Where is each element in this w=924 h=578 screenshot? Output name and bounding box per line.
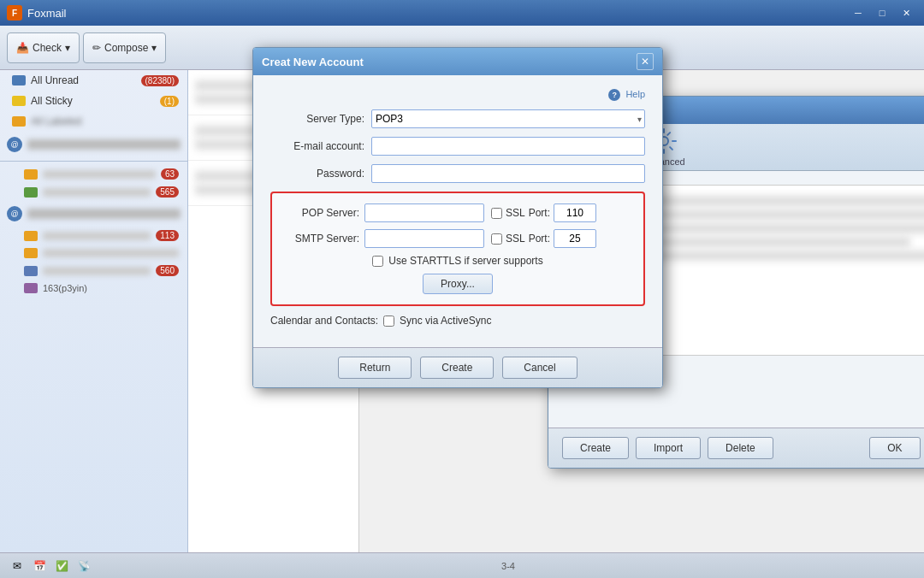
pop-port-input[interactable] bbox=[554, 203, 596, 222]
sidebar-sub-item-1[interactable]: 63 bbox=[0, 165, 187, 183]
server-settings-box: POP Server: SSL Port: SMTP Server: SSL P… bbox=[270, 192, 645, 306]
sub-item-label-3 bbox=[43, 232, 151, 240]
maximize-button[interactable]: □ bbox=[871, 4, 893, 21]
create-close-button[interactable]: ✕ bbox=[637, 53, 654, 70]
create-title-bar: Creat New Account ✕ bbox=[253, 48, 662, 75]
status-icon-calendar[interactable]: 📅 bbox=[31, 557, 48, 575]
sub-folder-icon-1 bbox=[24, 169, 38, 180]
proxy-button[interactable]: Proxy... bbox=[423, 274, 493, 294]
sidebar-account-2[interactable]: @ bbox=[0, 201, 187, 227]
sync-label: Sync via ActiveSync bbox=[400, 315, 491, 327]
status-icon-email[interactable]: ✉ bbox=[9, 557, 26, 575]
create-return-button[interactable]: Return bbox=[338, 357, 412, 379]
sub-folder-icon-3 bbox=[24, 231, 38, 241]
help-text: Help bbox=[625, 89, 645, 99]
sidebar-sub-item-2[interactable]: 565 bbox=[0, 183, 187, 201]
all-unread-badge: (82380) bbox=[141, 75, 179, 86]
account-label-2 bbox=[27, 209, 181, 219]
sub-item-label-5 bbox=[43, 267, 151, 275]
calendar-checkbox[interactable] bbox=[383, 316, 394, 327]
window-controls: ─ □ ✕ bbox=[847, 4, 917, 21]
all-labeled-label: All Labeled bbox=[31, 115, 179, 127]
check-label: Check bbox=[33, 42, 62, 54]
minimize-button[interactable]: ─ bbox=[847, 4, 869, 21]
email-account-label: E-mail account: bbox=[270, 140, 364, 152]
help-link[interactable]: ? Help bbox=[270, 89, 645, 101]
create-cancel-button[interactable]: Cancel bbox=[502, 357, 577, 379]
sidebar-sub-item-4[interactable] bbox=[0, 245, 187, 262]
option-create-button[interactable]: Create bbox=[562, 437, 629, 459]
smtp-server-input[interactable] bbox=[364, 229, 484, 248]
pop-ssl-label: SSL bbox=[506, 207, 525, 219]
option-import-button[interactable]: Import bbox=[636, 437, 701, 459]
email-account-input[interactable] bbox=[371, 137, 645, 156]
account-label-1 bbox=[27, 139, 181, 150]
account-icon-2: @ bbox=[7, 206, 22, 221]
starttls-checkbox[interactable] bbox=[372, 256, 383, 267]
create-bottom-bar: Return Create Cancel bbox=[253, 347, 662, 387]
pop-ssl-checkbox[interactable] bbox=[491, 208, 502, 219]
compose-dropdown-icon: ▾ bbox=[151, 42, 157, 54]
sub-folder-icon-4 bbox=[24, 248, 38, 258]
option-delete-button[interactable]: Delete bbox=[708, 437, 773, 459]
compose-icon: ✏ bbox=[92, 42, 101, 54]
smtp-ssl-checkbox[interactable] bbox=[491, 233, 502, 245]
close-button[interactable]: ✕ bbox=[895, 4, 917, 21]
title-bar: F Foxmail ─ □ ✕ bbox=[0, 0, 924, 26]
smtp-server-row: SMTP Server: SSL Port: bbox=[282, 229, 633, 248]
server-type-row: Server Type: POP3 IMAP Exchange ▾ bbox=[270, 109, 645, 128]
sidebar-item-all-sticky[interactable]: All Sticky (1) bbox=[0, 91, 187, 111]
create-account-dialog: Creat New Account ✕ ? Help Server Type: … bbox=[252, 47, 663, 388]
option-bottom-bar: Create Import Delete OK Cancel Apply bbox=[548, 428, 924, 468]
pop-server-row: POP Server: SSL Port: bbox=[282, 203, 633, 222]
server-type-select[interactable]: POP3 IMAP Exchange bbox=[371, 109, 645, 128]
calendar-row: Calendar and Contacts: Sync via ActiveSy… bbox=[270, 315, 645, 327]
password-input[interactable] bbox=[371, 164, 645, 183]
sub-folder-icon-5 bbox=[24, 266, 38, 276]
smtp-server-label: SMTP Server: bbox=[282, 233, 359, 245]
sub-item-label-6: 163(p3yin) bbox=[43, 283, 87, 293]
create-title: Creat New Account bbox=[262, 56, 364, 68]
pop-port-label: Port: bbox=[529, 207, 550, 219]
sub-badge-1: 63 bbox=[161, 168, 179, 180]
status-bar: ✉ 📅 ✅ 📡 3-4 bbox=[0, 552, 924, 578]
starttls-label: Use STARTTLS if server supports bbox=[388, 255, 542, 267]
sidebar-account-1[interactable]: @ bbox=[0, 132, 187, 157]
pop-server-label: POP Server: bbox=[282, 207, 359, 219]
compose-label: Compose bbox=[104, 42, 148, 54]
star-folder-icon bbox=[12, 96, 26, 106]
sidebar-item-all-labeled[interactable]: All Labeled bbox=[0, 111, 187, 132]
calendar-label: Calendar and Contacts: bbox=[270, 315, 378, 327]
app-title: Foxmail bbox=[27, 7, 847, 20]
compose-button[interactable]: ✏ Compose ▾ bbox=[83, 32, 166, 63]
help-icon: ? bbox=[608, 89, 620, 101]
password-row: Password: bbox=[270, 164, 645, 183]
account-icon-1: @ bbox=[7, 137, 22, 152]
option-ok-button[interactable]: OK bbox=[869, 437, 920, 459]
all-unread-label: All Unread bbox=[31, 74, 136, 86]
sidebar-item-all-unread[interactable]: All Unread (82380) bbox=[0, 70, 187, 91]
all-sticky-badge: (1) bbox=[160, 96, 179, 107]
smtp-port-label: Port: bbox=[529, 233, 550, 245]
smtp-ssl-label: SSL bbox=[506, 233, 525, 245]
status-icon-rss[interactable]: 📡 bbox=[75, 557, 92, 575]
pop-server-input[interactable] bbox=[364, 203, 484, 222]
create-create-button[interactable]: Create bbox=[420, 357, 494, 379]
status-page-info: 3-4 bbox=[101, 561, 915, 571]
sub-badge-3: 113 bbox=[156, 230, 179, 241]
starttls-row: Use STARTTLS if server supports bbox=[282, 255, 633, 267]
sub-folder-icon-6 bbox=[24, 283, 38, 293]
sidebar-sub-item-6[interactable]: 163(p3yin) bbox=[0, 280, 187, 297]
sidebar-sub-item-3[interactable]: 113 bbox=[0, 227, 187, 245]
check-icon: 📥 bbox=[16, 42, 29, 54]
server-type-label: Server Type: bbox=[270, 113, 364, 125]
status-icons: ✉ 📅 ✅ 📡 bbox=[9, 557, 92, 575]
check-button[interactable]: 📥 Check ▾ bbox=[7, 32, 80, 63]
sub-item-label-2 bbox=[43, 188, 151, 197]
sidebar: All Unread (82380) All Sticky (1) All La… bbox=[0, 70, 188, 552]
password-label: Password: bbox=[270, 168, 364, 180]
status-icon-tasks[interactable]: ✅ bbox=[53, 557, 70, 575]
sidebar-sub-item-5[interactable]: 560 bbox=[0, 262, 187, 280]
smtp-port-input[interactable] bbox=[554, 229, 596, 248]
sub-item-label-4 bbox=[43, 249, 179, 257]
